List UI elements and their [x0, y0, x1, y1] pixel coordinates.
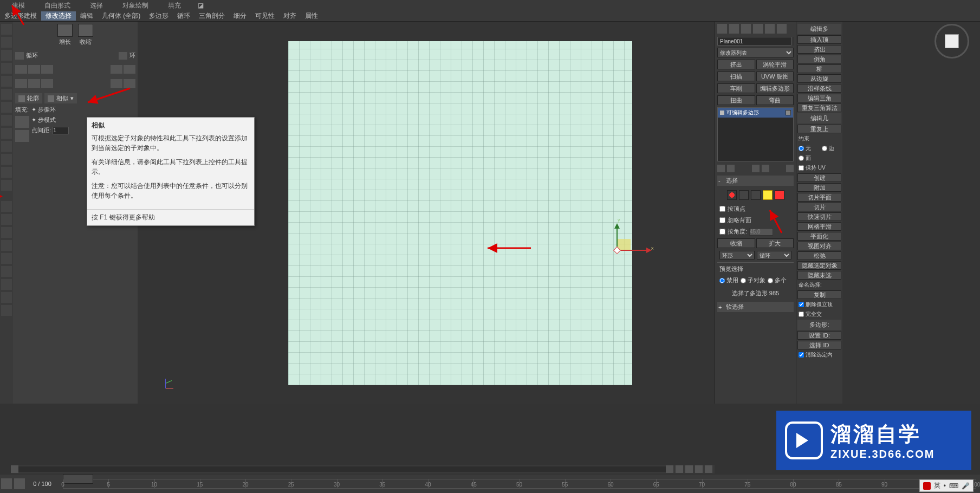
tool-icon[interactable]: [1, 240, 12, 251]
tool-icon[interactable]: [1, 292, 12, 303]
pin-stack-icon[interactable]: [717, 165, 725, 172]
preserve-uv-checkbox[interactable]: [799, 165, 804, 171]
insert-vertex-button[interactable]: 插入顶: [797, 35, 841, 44]
transform-gizmo[interactable]: y x: [601, 225, 656, 279]
ring-opt-icon[interactable]: [124, 79, 135, 88]
tool-icon[interactable]: [1, 266, 12, 277]
viewport-config-icon[interactable]: ◪: [191, 2, 210, 9]
angle-input[interactable]: [749, 228, 773, 236]
tool-icon[interactable]: [1, 128, 12, 139]
horizontal-scrollbar[interactable]: [11, 465, 715, 473]
ime-lang[interactable]: 英: [934, 481, 940, 490]
tool-icon[interactable]: [1, 63, 12, 74]
bend-mod-button[interactable]: 弯曲: [756, 95, 794, 105]
loop-mode-icon[interactable]: [41, 65, 53, 74]
tab-loops[interactable]: 循环: [173, 11, 194, 21]
shrink-button[interactable]: 收缩: [78, 24, 93, 46]
time-slider[interactable]: [63, 474, 93, 484]
loop-mode-icon[interactable]: [15, 65, 27, 74]
msmooth-button[interactable]: 网格平滑: [797, 222, 841, 231]
modify-tab-icon[interactable]: [729, 24, 739, 34]
ignore-back-checkbox[interactable]: [719, 217, 725, 223]
extrude-spline-button[interactable]: 沿样条线: [797, 84, 841, 93]
nav-icon[interactable]: [676, 465, 683, 473]
timeline[interactable]: 0 / 100 05101520253035404550556065707580…: [0, 475, 980, 493]
tool-icon[interactable]: [1, 24, 12, 35]
shrink-sel-button[interactable]: 收缩: [717, 238, 755, 248]
menu-populate[interactable]: 填充: [158, 1, 191, 10]
create-tab-icon[interactable]: [717, 24, 727, 34]
menu-freeform[interactable]: 自由形式: [35, 1, 80, 10]
element-subobj-icon[interactable]: [775, 190, 784, 200]
tool-icon[interactable]: [1, 102, 12, 113]
dotint-input[interactable]: [53, 127, 69, 134]
view-align-button[interactable]: 视图对齐: [797, 242, 841, 250]
object-color-swatch[interactable]: [793, 37, 794, 46]
border-subobj-icon[interactable]: [751, 190, 761, 200]
slice-button[interactable]: 切片: [797, 203, 841, 211]
by-vertex-checkbox[interactable]: [719, 206, 725, 212]
tab-geometry-all[interactable]: 几何体 (全部): [98, 11, 145, 21]
loop-opt-icon[interactable]: [41, 79, 53, 88]
ime-icon[interactable]: [923, 482, 931, 490]
show-end-icon[interactable]: [727, 165, 735, 172]
full-int-checkbox[interactable]: [799, 312, 804, 317]
tool-icon[interactable]: [1, 305, 12, 316]
ring-opt-icon[interactable]: [111, 79, 122, 88]
edit-tri-button[interactable]: 编辑三角: [797, 94, 841, 102]
ime-mic-icon[interactable]: 🎤: [962, 482, 970, 490]
tool-icon[interactable]: [1, 37, 12, 48]
editpoly-mod-button[interactable]: 编辑多边形: [756, 83, 794, 93]
hierarchy-tab-icon[interactable]: [741, 24, 751, 34]
copy-button[interactable]: 复制: [797, 290, 841, 299]
hide-sel-button[interactable]: 隐藏选定对象: [797, 261, 841, 270]
twist-mod-button[interactable]: 扭曲: [717, 95, 755, 105]
tool-icon[interactable]: [1, 253, 12, 264]
hide-unsel-button[interactable]: 隐藏未选: [797, 271, 841, 280]
outline-button[interactable]: 轮廓: [15, 93, 42, 103]
quickslice-button[interactable]: 快速切片: [797, 212, 841, 221]
slice-plane-button[interactable]: 切片平面: [797, 193, 841, 202]
selection-rollup-header[interactable]: -选择: [717, 176, 794, 186]
steploop-icon[interactable]: ✦: [31, 106, 36, 113]
modifier-stack[interactable]: 可编辑多边形: [717, 107, 794, 161]
tool-icon[interactable]: [1, 180, 12, 191]
preview-off-radio[interactable]: 禁用: [719, 276, 738, 284]
stack-vis-icon[interactable]: [720, 111, 724, 115]
nav-icon[interactable]: [685, 465, 693, 473]
constraint-none-radio[interactable]: [799, 146, 804, 151]
tool-icon[interactable]: [1, 115, 12, 126]
ring-dropdown[interactable]: 循环: [757, 251, 792, 260]
tab-polymodeling[interactable]: 多边形建模: [0, 11, 41, 21]
stepmode-icon[interactable]: ✦: [31, 116, 36, 123]
motion-tab-icon[interactable]: [753, 24, 763, 34]
tool-icon[interactable]: [1, 154, 12, 165]
unique-icon[interactable]: [752, 165, 760, 172]
del-iso-checkbox[interactable]: [799, 302, 804, 307]
scroll-right-icon[interactable]: [666, 465, 673, 473]
bevel-button[interactable]: 倒角: [797, 55, 841, 63]
menu-objectpaint[interactable]: 对象绘制: [113, 1, 158, 10]
remove-mod-icon[interactable]: [762, 165, 769, 172]
tool-icon[interactable]: [1, 141, 12, 152]
menu-modeling[interactable]: 建模: [2, 1, 35, 10]
edge-subobj-icon[interactable]: [739, 190, 749, 200]
loop-dropdown[interactable]: 环形: [719, 251, 755, 260]
scroll-left-icon[interactable]: [11, 465, 18, 473]
tool-icon[interactable]: [1, 76, 12, 87]
polygon-subobj-icon[interactable]: [763, 190, 773, 200]
tab-polygons[interactable]: 多边形: [145, 11, 173, 21]
by-angle-checkbox[interactable]: [719, 229, 725, 235]
similar-button[interactable]: 相似 ▾: [44, 93, 77, 103]
loop-mode-icon[interactable]: [28, 65, 40, 74]
lathe-mod-button[interactable]: 车削: [717, 83, 755, 93]
stack-item-editablepoly[interactable]: 可编辑多边形: [718, 108, 793, 118]
constraint-face-radio[interactable]: [799, 155, 804, 161]
uvwmap-mod-button[interactable]: UVW 贴图: [756, 72, 794, 81]
tool-icon[interactable]: [1, 50, 12, 61]
tab-align[interactable]: 对齐: [279, 11, 301, 21]
track-config-icon[interactable]: [1, 478, 12, 489]
scroll-track[interactable]: [18, 466, 666, 472]
planar-button[interactable]: 平面化: [797, 232, 841, 241]
tool-icon[interactable]: [1, 227, 12, 238]
